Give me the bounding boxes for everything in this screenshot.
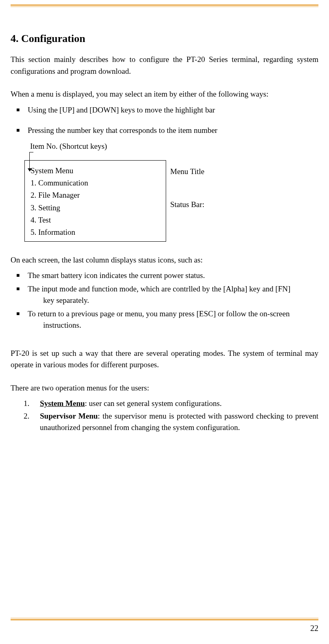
line: To return to a previous page or menu, yo… xyxy=(28,309,290,318)
section-heading: 4. Configuration xyxy=(11,31,318,46)
line: The input mode and function mode, which … xyxy=(28,285,290,293)
operating-modes-paragraph: PT-20 is set up such a way that there ar… xyxy=(11,348,318,371)
list-item-text: The smart battery icon indicates the cur… xyxy=(28,270,318,282)
list-item-text: Pressing the number key that corresponds… xyxy=(28,125,318,137)
item-no-label: Item No. (Shortcut keys) xyxy=(30,141,107,152)
status-icons-intro: On each screen, the last column displays… xyxy=(11,254,318,266)
line-wrap: instructions. xyxy=(28,320,318,331)
menu-item-4: 4. Test xyxy=(31,214,160,226)
bold-term: Supervisor Menu xyxy=(40,412,98,420)
navigation-ways-list: ■ Pressing the number key that correspon… xyxy=(11,125,318,137)
arrow-connector xyxy=(29,152,33,152)
status-bar-callout: Status Bar: xyxy=(170,199,204,211)
square-bullet-icon: ■ xyxy=(11,270,28,281)
page-number: 22 xyxy=(310,622,318,634)
list-number: 2. xyxy=(24,410,40,434)
line: The smart battery icon indicates the cur… xyxy=(28,271,205,280)
list-item-text: Supervisor Menu: the supervisor menu is … xyxy=(40,410,318,434)
list-item: ■ Using the [UP] and [DOWN] keys to move… xyxy=(11,104,318,116)
list-item-text: Using the [UP] and [DOWN] keys to move t… xyxy=(28,104,318,116)
operation-menus-intro: There are two operation menus for the us… xyxy=(11,382,318,394)
menu-title: System Menu xyxy=(31,165,160,177)
list-item-text: The input mode and function mode, which … xyxy=(28,283,318,307)
list-number: 1. xyxy=(24,398,40,410)
page-content: 4. Configuration This section mainly des… xyxy=(11,31,318,434)
status-icons-list: ■ The smart battery icon indicates the c… xyxy=(11,270,318,331)
menu-select-intro: When a menu is displayed, you may select… xyxy=(11,88,318,100)
list-item: ■ Pressing the number key that correspon… xyxy=(11,125,318,137)
list-item: 1. System Menu: user can set general sys… xyxy=(24,398,318,410)
menu-item-1: 1. Communication xyxy=(31,177,160,189)
square-bullet-icon: ■ xyxy=(11,104,28,116)
list-item-text: System Menu: user can set general system… xyxy=(40,398,318,410)
square-bullet-icon: ■ xyxy=(11,283,28,295)
menu-title-callout: Menu Title xyxy=(170,166,204,178)
navigation-ways-list: ■ Using the [UP] and [DOWN] keys to move… xyxy=(11,104,318,116)
menu-item-5: 5. Information xyxy=(31,226,160,238)
square-bullet-icon: ■ xyxy=(11,125,28,136)
menu-item-3: 3. Setting xyxy=(31,202,160,214)
line-wrap: key separately. xyxy=(28,295,318,307)
bold-term: System Menu xyxy=(40,399,85,408)
square-bullet-icon: ■ xyxy=(11,308,28,320)
text-rest: : user can set general system configurat… xyxy=(85,399,222,408)
menu-box: System Menu 1. Communication 2. File Man… xyxy=(24,160,166,242)
list-item-text: To return to a previous page or menu, yo… xyxy=(28,308,318,331)
operation-menus-list: 1. System Menu: user can set general sys… xyxy=(11,398,318,434)
list-item: 2. Supervisor Menu: the supervisor menu … xyxy=(24,410,318,434)
menu-item-2: 2. File Manager xyxy=(31,189,160,201)
list-item: ■ The smart battery icon indicates the c… xyxy=(11,270,318,282)
list-item: ■ To return to a previous page or menu, … xyxy=(11,308,318,331)
intro-paragraph: This section mainly describes how to con… xyxy=(11,54,318,77)
menu-diagram: Item No. (Shortcut keys) System Menu 1. … xyxy=(24,141,318,245)
list-item: ■ The input mode and function mode, whic… xyxy=(11,283,318,307)
bottom-border xyxy=(11,618,318,620)
top-border xyxy=(11,4,318,7)
